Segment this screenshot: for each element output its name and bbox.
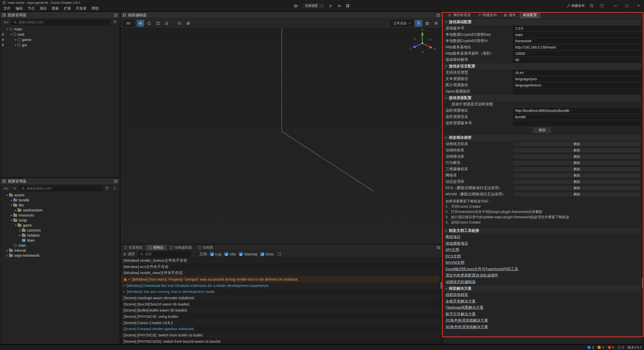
tree-item-common[interactable]: ▸common — [0, 228, 120, 233]
build-publish-button[interactable]: 构建发布 — [567, 4, 585, 8]
checkbox-icon[interactable] — [260, 252, 264, 256]
gear-icon[interactable] — [432, 20, 440, 27]
inspector-tab-服务[interactable]: 服务 — [501, 12, 519, 18]
tree-item-root[interactable]: ▾root — [0, 32, 120, 37]
console-search[interactable] — [138, 251, 191, 257]
chevron-down-icon[interactable]: ▾ — [10, 219, 13, 222]
tree-item-gui[interactable]: ▸gui — [0, 42, 120, 48]
mode-3d-button[interactable]: 3D — [123, 20, 134, 26]
menu-项目[interactable]: 项目 — [37, 6, 49, 11]
open-log-file-icon[interactable] — [277, 251, 283, 257]
chevron-right-icon[interactable]: ▸ — [18, 234, 22, 237]
assets-search[interactable] — [19, 186, 102, 191]
hierarchy-search[interactable] — [12, 20, 110, 25]
console-scrollbar[interactable] — [440, 257, 442, 344]
section-header-base[interactable]: ▾游戏基础配置 — [443, 19, 641, 25]
inspector-scrollbar[interactable] — [641, 19, 644, 344]
checkbox-icon[interactable] — [239, 252, 243, 256]
console-tab-控制台[interactable]: 控制台 — [146, 244, 167, 251]
filter-Warning[interactable]: Warning — [239, 252, 257, 256]
preview-platform-button[interactable]: ▾ — [293, 3, 299, 9]
solution-link[interactable]: Tiledmap地图解决方案 — [446, 305, 484, 310]
console-tab-动画编辑器[interactable]: 动画编辑器 — [167, 244, 195, 251]
save-button[interactable]: 保存 — [533, 127, 551, 134]
doc-link[interactable]: 动画状态机编辑器 — [446, 280, 476, 284]
world-local-toggle-button[interactable] — [185, 20, 192, 27]
filter-icon[interactable] — [104, 185, 110, 191]
filter-Log[interactable]: Log — [210, 252, 221, 256]
chevron-right-icon[interactable]: ▸ — [18, 229, 22, 232]
menu-文件[interactable]: 文件 — [1, 6, 13, 11]
tree-item-Main[interactable]: Main — [0, 238, 120, 243]
property-input[interactable] — [513, 83, 641, 88]
tree-item-resources[interactable]: ▸resources — [0, 213, 120, 218]
axis-gizmo[interactable]: Y X z — [407, 29, 437, 56]
scale-tool-button[interactable] — [163, 20, 171, 27]
add-node-button[interactable]: +▾ — [2, 20, 10, 25]
tree-item-main[interactable]: ▾main — [0, 26, 120, 32]
chevron-right-icon[interactable]: ▸ — [124, 290, 125, 293]
filter-Error[interactable]: Error — [260, 252, 273, 256]
inspector-tab-构建发布[interactable]: 构建发布 — [475, 12, 500, 18]
play-button[interactable] — [328, 3, 334, 9]
render-mode-dropdown[interactable]: 正常渲染▾ — [390, 20, 413, 26]
chevron-down-icon[interactable]: ▾ — [10, 33, 13, 36]
log-row[interactable]: ▸[Window] Download the Vue Devtools exte… — [120, 282, 442, 289]
package-icon[interactable] — [589, 3, 595, 9]
tree-item-game[interactable]: ▾game — [0, 223, 120, 228]
doc-link[interactable]: MVVM文档 — [446, 260, 464, 265]
property-input[interactable] — [513, 32, 641, 37]
log-row[interactable]: [Scene] meshopt wasm decoder initialized — [120, 295, 442, 301]
rotate-tool-button[interactable] — [146, 20, 153, 27]
refresh-icon[interactable] — [112, 185, 118, 191]
solution-link[interactable]: 3D角色扮演游戏解决方案 — [446, 325, 488, 329]
log-row[interactable]: [Scene] Forward render pipeline initiali… — [120, 326, 442, 332]
property-input[interactable] — [513, 114, 641, 119]
menu-帮助[interactable]: 帮助 — [89, 6, 101, 11]
sort-icon[interactable] — [12, 185, 18, 191]
console-tab-动画图[interactable]: 动画图 — [195, 244, 216, 251]
log-row[interactable]: [Window] render_texture文件夹不存在 — [120, 257, 442, 264]
property-input[interactable] — [513, 45, 641, 50]
menu-编辑[interactable]: 编辑 — [13, 6, 25, 11]
chevron-down-icon[interactable]: ▾ — [5, 194, 9, 197]
hierarchy-search-input[interactable] — [18, 20, 108, 24]
scene-viewport[interactable]: Y X z — [120, 28, 442, 244]
inspector-tab-属性检查器[interactable]: 属性检查器 — [445, 12, 474, 18]
section-header-docs[interactable]: ▾框架文档工具链接 — [443, 227, 641, 234]
doc-link[interactable]: API文档 — [446, 247, 459, 252]
delete-button[interactable]: 删除 — [513, 142, 641, 147]
doc-link[interactable]: ECS文档 — [446, 254, 461, 259]
solution-link[interactable]: 2D角色扮演游戏解决方案 — [446, 318, 488, 323]
chevron-down-icon[interactable]: ▾ — [14, 224, 18, 227]
assets-menu-icon[interactable] — [114, 180, 117, 183]
doc-link[interactable]: Excel格式转Json文件与T​ypeScript代码工具 — [446, 267, 518, 272]
delete-button[interactable]: 删除 — [513, 192, 641, 197]
chevron-right-icon[interactable]: ▸ — [5, 249, 9, 252]
solution-link[interactable]: 全栈开发解决方案 — [446, 299, 476, 304]
log-row[interactable]: [Scene] Cocos Creator v3.8.2 — [120, 320, 442, 326]
doc-link[interactable]: 游戏模板项目 — [446, 241, 468, 246]
console-search-input[interactable] — [145, 252, 189, 256]
menu-面板[interactable]: 面板 — [49, 6, 61, 11]
delete-button[interactable]: 删除 — [513, 186, 641, 191]
section-header-solutions[interactable]: ▾框架解决方案 — [443, 285, 641, 292]
minimize-button[interactable] — [612, 3, 618, 9]
status-notification-count[interactable]: 0 — [618, 345, 624, 349]
chevron-right-icon[interactable]: ▸ — [14, 209, 18, 212]
chevron-right-icon[interactable]: ▸ — [10, 214, 13, 217]
log-row[interactable]: [Scene] [bullet]:bullet wasm lib loaded. — [120, 307, 442, 314]
chevron-right-icon[interactable]: ▸ — [129, 278, 130, 281]
tree-item-oops-framework[interactable]: ▸oops-framework — [0, 253, 120, 258]
doc-link[interactable]: 原生包热更新配置自动生成插件 — [446, 273, 498, 278]
tree-item-bundle[interactable]: ▸bundle — [0, 198, 120, 203]
tree-item-game[interactable]: ▸game — [0, 37, 120, 42]
log-row[interactable]: [Scene] [PHYSICS]: switch from builtin t… — [120, 332, 442, 338]
tree-item-internal[interactable]: ▸internal — [0, 248, 120, 253]
clear-console-button[interactable]: 清空 — [123, 252, 135, 256]
solution-link[interactable]: 战棋游戏框架 — [446, 292, 468, 297]
tree-item-seedrandom[interactable]: ▸seedrandom — [0, 208, 120, 213]
filter-Info[interactable]: Info — [224, 252, 235, 256]
solution-link[interactable]: 新手引导解决方案 — [446, 312, 476, 317]
property-input[interactable] — [513, 70, 641, 75]
